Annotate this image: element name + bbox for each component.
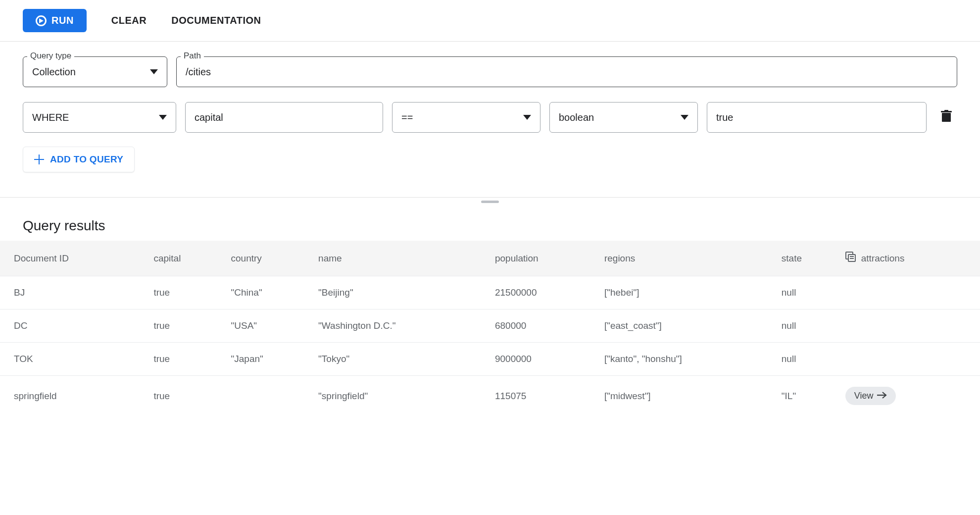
- clause-operator-value: ==: [401, 112, 413, 123]
- cell-capital: true: [147, 276, 225, 309]
- trash-icon: [941, 110, 952, 125]
- query-toolbar: RUN CLEAR DOCUMENTATION: [0, 0, 980, 42]
- path-label: Path: [181, 51, 204, 61]
- cell-state: null: [776, 309, 839, 343]
- col-name[interactable]: name: [312, 241, 489, 276]
- table-row[interactable]: TOKtrue"Japan""Tokyo"9000000["kanto", "h…: [0, 343, 980, 376]
- clause-field-input[interactable]: capital: [185, 102, 383, 133]
- run-button-label: RUN: [51, 15, 74, 26]
- cell-capital: true: [147, 343, 225, 376]
- clause-field-value: capital: [195, 112, 223, 123]
- clause-keyword-field[interactable]: WHERE: [23, 102, 176, 133]
- add-to-query-button[interactable]: ADD TO QUERY: [23, 147, 135, 172]
- plus-icon: [34, 154, 44, 164]
- cell-country: [225, 376, 313, 416]
- clause-value-value: true: [716, 112, 733, 123]
- col-attractions[interactable]: attractions: [839, 241, 980, 276]
- query-type-value: Collection: [32, 66, 76, 78]
- cell-state: "IL": [776, 376, 839, 416]
- table-row[interactable]: BJtrue"China""Beijing"21500000["hebei"]n…: [0, 276, 980, 309]
- col-state[interactable]: state: [776, 241, 839, 276]
- cell-population: 680000: [489, 309, 598, 343]
- path-value: /cities: [186, 66, 211, 78]
- cell-doc_id: BJ: [0, 276, 147, 309]
- cell-capital: true: [147, 309, 225, 343]
- cell-name: "springfield": [312, 376, 489, 416]
- cell-population: 115075: [489, 376, 598, 416]
- documentation-link[interactable]: DOCUMENTATION: [171, 15, 261, 26]
- clause-type-field[interactable]: boolean: [549, 102, 698, 133]
- view-subcollection-button[interactable]: View: [845, 387, 896, 405]
- clause-type-value: boolean: [559, 112, 594, 123]
- cell-country: "USA": [225, 309, 313, 343]
- cell-regions: ["hebei"]: [598, 276, 776, 309]
- cell-name: "Beijing": [312, 276, 489, 309]
- cell-regions: ["kanto", "honshu"]: [598, 343, 776, 376]
- svg-rect-1: [942, 113, 951, 122]
- table-row[interactable]: springfieldtrue"springfield"115075["midw…: [0, 376, 980, 416]
- cell-country: "Japan": [225, 343, 313, 376]
- cell-attractions: [839, 343, 980, 376]
- svg-marker-0: [39, 18, 44, 23]
- cell-regions: ["midwest"]: [598, 376, 776, 416]
- cell-regions: ["east_coast"]: [598, 309, 776, 343]
- clause-value-input[interactable]: true: [707, 102, 927, 133]
- cell-name: "Washington D.C.": [312, 309, 489, 343]
- chevron-down-icon: [681, 115, 688, 120]
- add-to-query-label: ADD TO QUERY: [50, 154, 123, 165]
- view-label: View: [854, 391, 874, 401]
- table-header-row: Document ID capital country name populat…: [0, 241, 980, 276]
- cell-doc_id: DC: [0, 309, 147, 343]
- clause-operator-field[interactable]: ==: [392, 102, 540, 133]
- cell-name: "Tokyo": [312, 343, 489, 376]
- results-title: Query results: [0, 206, 980, 241]
- col-attractions-label: attractions: [861, 253, 905, 264]
- cell-doc_id: springfield: [0, 376, 147, 416]
- cell-state: null: [776, 276, 839, 309]
- delete-clause-button[interactable]: [935, 102, 957, 133]
- col-country[interactable]: country: [225, 241, 313, 276]
- clear-button[interactable]: CLEAR: [111, 15, 147, 26]
- cell-attractions: [839, 276, 980, 309]
- chevron-down-icon: [150, 69, 158, 74]
- arrow-right-icon: [877, 391, 887, 401]
- query-builder: Query type Collection Path /cities WHERE…: [0, 42, 980, 197]
- cell-country: "China": [225, 276, 313, 309]
- col-document-id[interactable]: Document ID: [0, 241, 147, 276]
- results-table: Document ID capital country name populat…: [0, 241, 980, 416]
- col-regions[interactable]: regions: [598, 241, 776, 276]
- cell-population: 21500000: [489, 276, 598, 309]
- cell-state: null: [776, 343, 839, 376]
- query-type-field[interactable]: Query type Collection: [23, 56, 167, 87]
- svg-rect-3: [944, 110, 948, 111]
- run-button[interactable]: RUN: [23, 9, 87, 32]
- table-row[interactable]: DCtrue"USA""Washington D.C."680000["east…: [0, 309, 980, 343]
- col-capital[interactable]: capital: [147, 241, 225, 276]
- resize-handle[interactable]: [0, 197, 980, 206]
- chevron-down-icon: [159, 115, 167, 120]
- cell-doc_id: TOK: [0, 343, 147, 376]
- cell-attractions: View: [839, 376, 980, 416]
- cell-attractions: [839, 309, 980, 343]
- cell-population: 9000000: [489, 343, 598, 376]
- col-population[interactable]: population: [489, 241, 598, 276]
- cell-capital: true: [147, 376, 225, 416]
- query-type-label: Query type: [27, 51, 74, 61]
- subcollection-icon: [845, 252, 856, 265]
- path-field[interactable]: Path /cities: [176, 56, 957, 87]
- play-icon: [36, 15, 47, 26]
- clause-keyword-value: WHERE: [32, 112, 69, 123]
- chevron-down-icon: [523, 115, 531, 120]
- grip-icon: [481, 201, 499, 203]
